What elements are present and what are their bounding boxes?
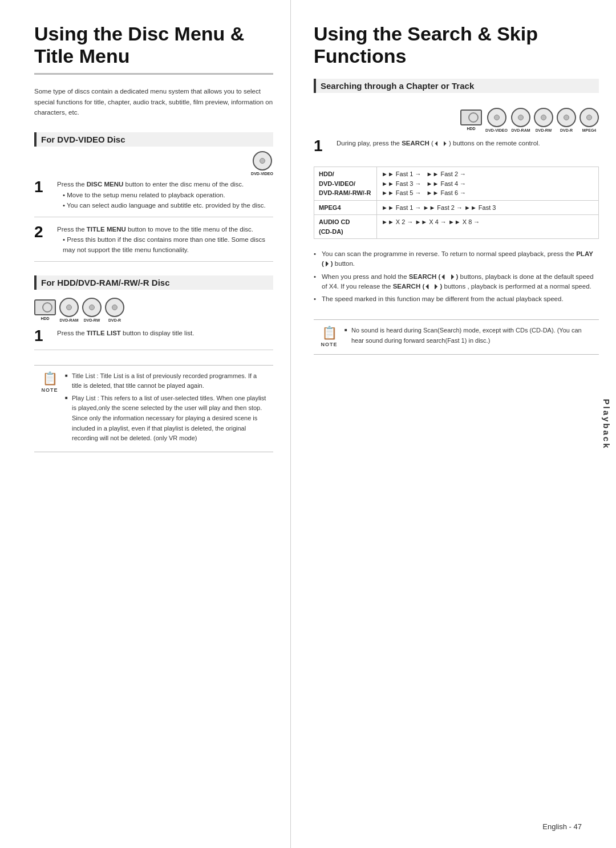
hdd-icon-row: HDD DVD-RAM DVD-RW DVD-R [34,298,273,322]
right-bullets: You can scan the programme in reverse. T… [314,249,599,307]
left-column: Using the Disc Menu & Title Menu Some ty… [0,0,291,848]
table-row: HDD/DVD-VIDEO/DVD-RAM/-RW/-R ►► Fast 1 →… [314,167,599,201]
table-cell: MPEG4 [314,200,377,215]
page: Using the Disc Menu & Title Menu Some ty… [0,0,616,848]
left-section2-step1-content: Press the TITLE LIST button to display t… [57,328,194,344]
list-item: Press this button if the disc contains m… [63,234,273,255]
table-cell: ►► Fast 1 → ►► Fast 2 → ►► Fast 3 → ►► F… [377,167,599,201]
speed-table: HDD/DVD-VIDEO/DVD-RAM/-RW/-R ►► Fast 1 →… [314,167,599,239]
list-item: You can select audio language and subtit… [63,200,266,210]
table-row: AUDIO CD(CD-DA) ►► X 2 → ►► X 4 → ►► X 8… [314,215,599,239]
list-item: The speed marked in this function may be… [314,294,599,304]
section2-heading: For HDD/DVD-RAM/-RW/-R Disc [34,275,273,290]
right-step1-content: During play, press the SEARCH (⏴ ⏵) butt… [337,138,540,154]
right-note-icon: 📋 NOTE [321,326,338,347]
table-cell: AUDIO CD(CD-DA) [314,215,377,239]
list-item: When you press and hold the SEARCH (⏴ ⏵)… [314,272,599,292]
table-row: MPEG4 ►► Fast 1 → ►► Fast 2 → ►► Fast 3 [314,200,599,215]
left-note-box: 📋 NOTE Title List : Title List is a list… [34,365,273,452]
right-note-content: No sound is heard during Scan(Search) mo… [345,326,592,348]
dvd-rw-icon: DVD-RW [82,298,102,322]
left-step1-bullets: Move to the setup menu related to playba… [63,190,266,211]
right-dvd-video-icon: DVD-VIDEO [485,108,508,132]
left-title: Using the Disc Menu & Title Menu [34,23,273,75]
left-step1: 1 Press the DISC MENU button to enter th… [34,179,273,217]
hdd-icon: HDD [34,299,56,320]
right-dvd-r-icon: DVD-R [557,108,576,132]
right-column: Using the Search & Skip Functions Search… [291,0,616,848]
right-dvd-ram-icon: DVD-RAM [511,108,530,132]
intro-text: Some type of discs contain a dedicated m… [34,86,273,117]
note-icon: 📋 NOTE [41,371,58,393]
left-step2: 2 Press the TITLE MENU button to move to… [34,224,273,262]
right-note-box: 📋 NOTE No sound is heard during Scan(Sea… [314,319,599,354]
right-mpeg4-icon: MPEG4 [579,108,599,132]
left-note-content: Title List : Title List is a list of pre… [65,371,266,446]
footer-text: English - 47 [542,822,582,831]
playback-sidebar-label: Playback [602,399,611,449]
left-step1-content: Press the DISC MENU button to enter the … [57,179,266,210]
right-dvd-rw-icon: DVD-RW [534,108,553,132]
section1-heading: For DVD-VIDEO Disc [34,132,273,147]
table-cell: HDD/DVD-VIDEO/DVD-RAM/-RW/-R [314,167,377,201]
left-step2-bullets: Press this button if the disc contains m… [63,234,273,255]
disc-circle-icon [253,151,272,171]
dvd-ram-icon: DVD-RAM [59,298,79,322]
list-item: No sound is heard during Scan(Search) mo… [345,326,592,346]
dvd-video-icon: DVD-VIDEO [251,151,273,176]
table-cell: ►► Fast 1 → ►► Fast 2 → ►► Fast 3 [377,200,599,215]
right-title: Using the Search & Skip Functions [314,23,599,67]
left-section2-step1: 1 Press the TITLE LIST button to display… [34,328,273,350]
table-cell: ►► X 2 → ►► X 4 → ►► X 8 → [377,215,599,239]
list-item: Move to the setup menu related to playba… [63,190,266,200]
right-step1: 1 During play, press the SEARCH (⏴ ⏵) bu… [314,138,599,154]
left-step2-content: Press the TITLE MENU button to move to t… [57,224,273,255]
right-section1-heading: Searching through a Chapter or Track [314,79,599,93]
list-item: Title List : Title List is a list of pre… [65,371,266,391]
right-icon-row: HDD DVD-VIDEO DVD-RAM DVD-RW DVD-R MPEG4 [314,108,599,132]
dvd-r-icon: DVD-R [105,298,124,322]
list-item: You can scan the programme in reverse. T… [314,249,599,269]
list-item: Play List : This refers to a list of use… [65,393,266,444]
right-hdd-icon: HDD [460,109,482,131]
